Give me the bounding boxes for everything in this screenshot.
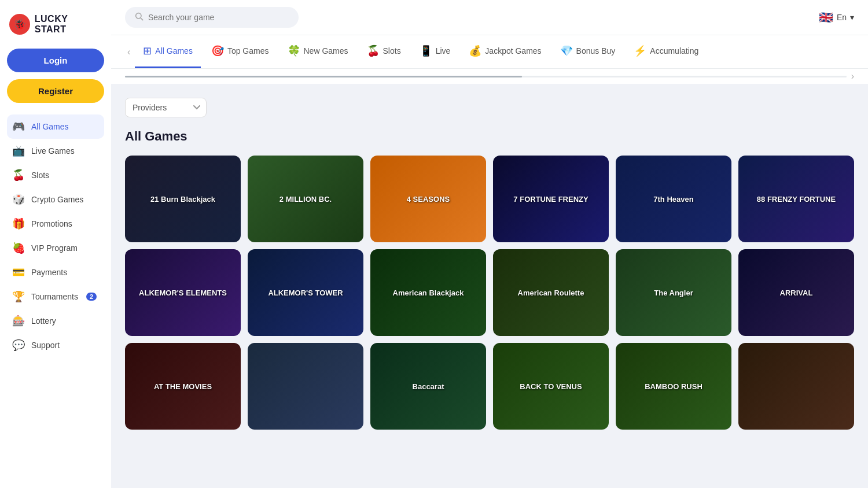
nav-icon-lottery: 🎰 bbox=[12, 315, 25, 327]
game-card-row3b[interactable] bbox=[248, 343, 363, 430]
game-title-angler: The Angler bbox=[616, 249, 731, 336]
logo-text: LUCKY START bbox=[35, 14, 102, 35]
nav-label-payments: Payments bbox=[31, 268, 67, 277]
cat-tab-accumulating[interactable]: ⚡ Accumulating bbox=[626, 35, 707, 68]
sidebar-item-slots[interactable]: 🍒 Slots bbox=[7, 163, 104, 187]
badge-tournaments: 2 bbox=[86, 293, 97, 301]
tab-icon-slots: 🍒 bbox=[367, 45, 380, 57]
game-card-88-frenzy[interactable]: 88 FRENZY FORTUNE bbox=[738, 156, 854, 242]
nav-label-lottery: Lottery bbox=[31, 316, 56, 326]
game-card-2million-bc[interactable]: 2 MILLION BC. bbox=[248, 156, 363, 242]
tab-icon-new: 🍀 bbox=[288, 45, 300, 57]
cat-tab-live[interactable]: 📱 Live bbox=[411, 35, 459, 68]
tab-icon-bonus: 💎 bbox=[560, 45, 573, 57]
chevron-down-icon: ▾ bbox=[850, 13, 854, 22]
game-title-bamboo-rush: BAMBOO RUSH bbox=[616, 343, 731, 430]
nav-icon-live-games: 📺 bbox=[12, 145, 25, 157]
game-card-21burn-blackjack[interactable]: 21 Burn Blackjack bbox=[125, 156, 241, 242]
nav-label-all-games: All Games bbox=[31, 122, 69, 131]
sidebar-item-lottery[interactable]: 🎰 Lottery bbox=[7, 309, 104, 333]
game-card-angler[interactable]: The Angler bbox=[616, 249, 731, 336]
nav-icon-slots: 🍒 bbox=[12, 169, 25, 182]
search-icon bbox=[134, 12, 144, 23]
scroll-left-arrow[interactable]: ‹ bbox=[125, 47, 133, 57]
providers-dropdown[interactable]: ProvidersNetEntMicrogamingPlaytechEvolut… bbox=[125, 98, 207, 117]
game-card-alkemor-tower[interactable]: ALKEMOR'S TOWER bbox=[248, 249, 363, 336]
cat-tab-top[interactable]: 🎯 Top Games bbox=[203, 35, 277, 68]
sidebar-item-crypto-games[interactable]: 🎲 Crypto Games bbox=[7, 187, 104, 212]
game-title-alkemor-tower: ALKEMOR'S TOWER bbox=[248, 249, 363, 336]
nav-label-support: Support bbox=[31, 341, 60, 350]
scroll-fill bbox=[125, 76, 522, 77]
sidebar-item-tournaments[interactable]: 🏆 Tournaments 2 bbox=[7, 284, 104, 309]
nav-label-promotions: Promotions bbox=[31, 219, 72, 228]
game-card-row3f[interactable] bbox=[738, 343, 854, 430]
game-card-fortune-frenzy[interactable]: 7 FORTUNE FRENZY bbox=[493, 156, 609, 242]
cat-tab-bonus[interactable]: 💎 Bonus Buy bbox=[552, 35, 624, 68]
tab-label-jackpot: Jackpot Games bbox=[485, 46, 541, 56]
register-button[interactable]: Register bbox=[7, 79, 104, 103]
game-card-american-roulette[interactable]: American Roulette bbox=[493, 249, 609, 336]
game-card-at-the-movies[interactable]: AT THE MOVIES bbox=[125, 343, 241, 430]
sidebar: 🐞 LUCKY START Login Register 🎮 All Games… bbox=[0, 0, 111, 488]
scroll-right-arrow[interactable]: › bbox=[851, 71, 854, 82]
game-title-row3f bbox=[738, 343, 854, 430]
game-title-21burn-blackjack: 21 Burn Blackjack bbox=[125, 156, 241, 242]
sidebar-item-support[interactable]: 💬 Support bbox=[7, 333, 104, 357]
nav-icon-all-games: 🎮 bbox=[12, 120, 25, 133]
game-card-4seasons[interactable]: 4 SEASONS bbox=[370, 156, 486, 242]
sidebar-nav: 🎮 All Games 📺 Live Games 🍒 Slots 🎲 Crypt… bbox=[7, 114, 104, 357]
tab-label-live: Live bbox=[436, 46, 451, 56]
sidebar-item-all-games[interactable]: 🎮 All Games bbox=[7, 114, 104, 139]
scroll-indicator-row: › bbox=[111, 69, 868, 84]
game-title-7th-heaven: 7th Heaven bbox=[616, 156, 731, 242]
tab-label-accumulating: Accumulating bbox=[650, 46, 698, 56]
sidebar-item-live-games[interactable]: 📺 Live Games bbox=[7, 139, 104, 163]
nav-icon-tournaments: 🏆 bbox=[12, 290, 25, 303]
search-bar bbox=[125, 7, 299, 28]
language-selector[interactable]: 🇬🇧 En ▾ bbox=[819, 10, 854, 24]
nav-label-live-games: Live Games bbox=[31, 146, 75, 156]
game-title-alkemor-elements: ALKEMOR'S ELEMENTS bbox=[125, 249, 241, 336]
tab-icon-jackpot: 💰 bbox=[469, 45, 481, 57]
sidebar-item-promotions[interactable]: 🎁 Promotions bbox=[7, 212, 104, 236]
tab-icon-top: 🎯 bbox=[211, 45, 224, 57]
game-card-baccarat[interactable]: Baccarat bbox=[370, 343, 486, 430]
category-tabs: ‹ ⊞ All Games 🎯 Top Games 🍀 New Games 🍒 … bbox=[111, 35, 868, 69]
game-title-american-roulette: American Roulette bbox=[493, 249, 609, 336]
login-button[interactable]: Login bbox=[7, 49, 104, 72]
game-card-7th-heaven[interactable]: 7th Heaven bbox=[616, 156, 731, 242]
nav-icon-promotions: 🎁 bbox=[12, 217, 25, 230]
game-card-american-blackjack[interactable]: American Blackjack bbox=[370, 249, 486, 336]
logo-icon: 🐞 bbox=[9, 14, 30, 35]
logo: 🐞 LUCKY START bbox=[7, 9, 104, 46]
lang-text: En bbox=[837, 13, 847, 22]
game-card-alkemor-elements[interactable]: ALKEMOR'S ELEMENTS bbox=[125, 249, 241, 336]
game-title-baccarat: Baccarat bbox=[370, 343, 486, 430]
cat-tab-all[interactable]: ⊞ All Games bbox=[135, 35, 201, 68]
tab-label-bonus: Bonus Buy bbox=[576, 46, 616, 56]
game-title-arrival: ARRIVAL bbox=[738, 249, 854, 336]
game-card-back-to-venus[interactable]: BACK TO VENUS bbox=[493, 343, 609, 430]
cat-tab-slots[interactable]: 🍒 Slots bbox=[359, 35, 409, 68]
search-input[interactable] bbox=[148, 13, 289, 22]
tab-label-new: New Games bbox=[304, 46, 348, 56]
nav-icon-vip-program: 🍓 bbox=[12, 242, 25, 254]
nav-label-vip-program: VIP Program bbox=[31, 243, 78, 253]
game-card-bamboo-rush[interactable]: BAMBOO RUSH bbox=[616, 343, 731, 430]
cat-tab-new[interactable]: 🍀 New Games bbox=[279, 35, 356, 68]
game-card-arrival[interactable]: ARRIVAL bbox=[738, 249, 854, 336]
cat-tab-jackpot[interactable]: 💰 Jackpot Games bbox=[461, 35, 549, 68]
tab-label-top: Top Games bbox=[227, 46, 269, 56]
sidebar-item-vip-program[interactable]: 🍓 VIP Program bbox=[7, 236, 104, 260]
nav-icon-support: 💬 bbox=[12, 339, 25, 352]
game-title-fortune-frenzy: 7 FORTUNE FRENZY bbox=[493, 156, 609, 242]
game-title-back-to-venus: BACK TO VENUS bbox=[493, 343, 609, 430]
games-grid: 21 Burn Blackjack2 MILLION BC.4 SEASONS7… bbox=[125, 156, 854, 430]
nav-icon-crypto-games: 🎲 bbox=[12, 193, 25, 206]
sidebar-item-payments[interactable]: 💳 Payments bbox=[7, 260, 104, 284]
tab-label-slots: Slots bbox=[383, 46, 401, 56]
nav-label-tournaments: Tournaments bbox=[31, 292, 78, 301]
header: 🇬🇧 En ▾ bbox=[111, 0, 868, 35]
game-title-at-the-movies: AT THE MOVIES bbox=[125, 343, 241, 430]
